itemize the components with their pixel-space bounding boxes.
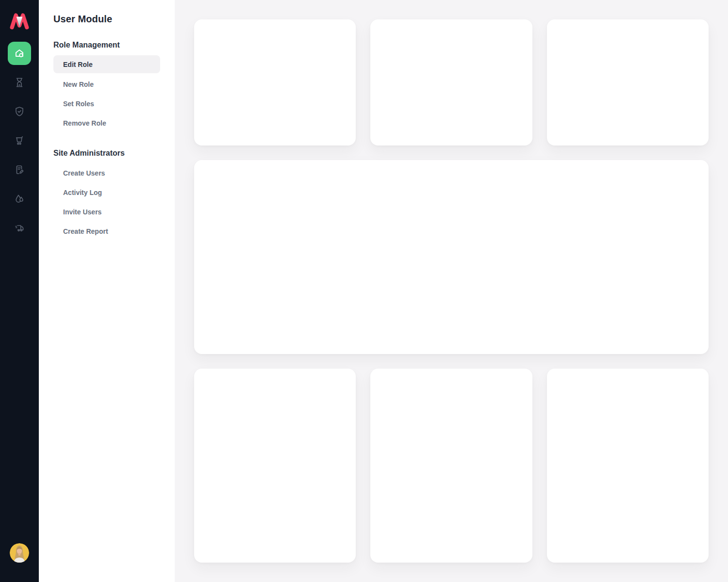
placeholder-card [370, 19, 532, 146]
shield-check-icon[interactable] [8, 100, 31, 123]
document-edit-icon[interactable] [8, 158, 31, 181]
water-drops-icon[interactable] [8, 187, 31, 210]
sidebar-item-create-users[interactable]: Create Users [53, 163, 160, 183]
page-title: User Module [53, 14, 160, 25]
sidebar-item-edit-role[interactable]: Edit Role [53, 55, 160, 73]
section-heading-role-management: Role Management [53, 41, 160, 49]
placeholder-card [194, 369, 356, 563]
card-row-middle [194, 160, 709, 354]
sidebar-item-invite-users[interactable]: Invite Users [53, 202, 160, 222]
sidebar-item-remove-role[interactable]: Remove Role [53, 113, 160, 133]
card-row-top [194, 19, 709, 146]
user-avatar[interactable] [10, 543, 29, 563]
rail-nav [8, 42, 31, 245]
placeholder-card [547, 19, 709, 146]
placeholder-card [370, 369, 532, 563]
hourglass-icon[interactable] [8, 71, 31, 94]
placeholder-card [547, 369, 709, 563]
section-heading-site-administrators: Site Administrators [53, 149, 160, 158]
icon-rail [0, 0, 39, 582]
site-administrators-list: Create Users Activity Log Invite Users C… [53, 163, 160, 241]
sidebar: User Module Role Management Edit Role Ne… [39, 0, 175, 582]
role-management-list: Edit Role New Role Set Roles Remove Role [53, 55, 160, 133]
card-row-bottom [194, 369, 709, 563]
brand-m-logo[interactable] [8, 11, 31, 31]
home-icon[interactable] [8, 42, 31, 65]
sidebar-item-new-role[interactable]: New Role [53, 75, 160, 94]
sidebar-item-activity-log[interactable]: Activity Log [53, 183, 160, 202]
delivery-truck-icon[interactable] [8, 216, 31, 240]
sidebar-item-set-roles[interactable]: Set Roles [53, 94, 160, 113]
placeholder-card-wide [194, 160, 709, 354]
main-content [175, 0, 728, 582]
shopping-cart-icon[interactable] [8, 129, 31, 152]
sidebar-item-create-report[interactable]: Create Report [53, 222, 160, 241]
placeholder-card [194, 19, 356, 146]
